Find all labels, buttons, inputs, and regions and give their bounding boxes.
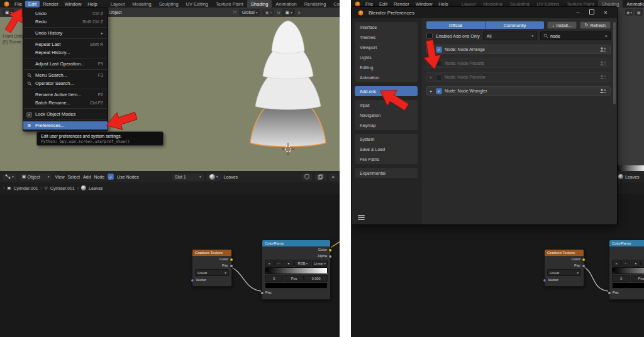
- sidebar-item-file-paths[interactable]: File Paths: [355, 154, 418, 164]
- tab-uv-editing[interactable]: UV Editing: [182, 0, 212, 8]
- node-header[interactable]: ColorRamp: [609, 240, 644, 246]
- interpolation-dropdown[interactable]: Linear▾: [195, 269, 229, 276]
- search-value[interactable]: node: [550, 34, 602, 38]
- node-header[interactable]: ColorRamp: [262, 240, 330, 246]
- stop-index-field[interactable]: 0: [265, 275, 283, 282]
- tab-modeling[interactable]: Modeling: [128, 0, 155, 8]
- socket-color[interactable]: [230, 258, 233, 262]
- socket-fac[interactable]: [582, 264, 586, 268]
- menu-item-lock-object-modes[interactable]: ✓ Lock Object Modes: [23, 110, 108, 118]
- addon-row-node-preview[interactable]: ▸ Node: Node Preview: [426, 72, 611, 82]
- minimize-button[interactable]: –: [571, 7, 585, 18]
- socket-vector[interactable]: [543, 279, 547, 282]
- stop-color-swatch[interactable]: [265, 282, 328, 289]
- tab-rendering[interactable]: Rendering: [301, 0, 330, 8]
- color-mode-dropdown[interactable]: RGB▾: [641, 260, 644, 267]
- menu-item-operator-search[interactable]: Operator Search...: [23, 79, 108, 87]
- material-browse-dropdown[interactable]: ▾: [207, 174, 221, 180]
- color-ramp-gradient[interactable]: [612, 267, 644, 274]
- add-stop-button[interactable]: +: [265, 260, 274, 267]
- socket-vector[interactable]: [191, 279, 194, 282]
- expand-icon[interactable]: ▸: [430, 75, 433, 79]
- tab-sculpting[interactable]: Sculpting: [155, 0, 182, 8]
- menu-edit[interactable]: Edit: [25, 1, 40, 8]
- socket-fac[interactable]: [608, 291, 611, 295]
- stop-color-swatch[interactable]: [612, 282, 644, 289]
- shader-menu-node[interactable]: Node: [94, 175, 104, 179]
- breadcrumb-data[interactable]: Cylinder.001: [50, 186, 75, 191]
- new-material-button[interactable]: [315, 174, 326, 180]
- maximize-button[interactable]: [585, 7, 599, 18]
- interpolation-dropdown[interactable]: Linear▾: [547, 269, 581, 276]
- fake-user-button[interactable]: [302, 174, 312, 180]
- category-dropdown[interactable]: All▾: [483, 31, 537, 40]
- snap-target-dropdown[interactable]: ◉▾: [262, 9, 274, 16]
- menu-item-batch-rename[interactable]: Batch Rename...Ctrl F2: [23, 99, 108, 107]
- falloff-icon[interactable]: ∧: [297, 10, 301, 15]
- unlink-material-button[interactable]: ×: [329, 174, 337, 180]
- tab-compositing[interactable]: Compositing: [330, 0, 340, 8]
- clear-search-icon[interactable]: ×: [604, 33, 608, 39]
- menu-item-menu-search[interactable]: Menu Search...F3: [23, 71, 108, 79]
- sidebar-item-keymap[interactable]: Keymap: [355, 120, 418, 130]
- node-header[interactable]: Gradient Texture: [192, 250, 231, 256]
- stop-index-field[interactable]: 0: [612, 275, 630, 282]
- node-header[interactable]: Gradient Texture: [545, 250, 584, 256]
- menu-item-redo[interactable]: RedoShift Ctrl Z: [23, 18, 108, 26]
- menu-window[interactable]: Window: [62, 1, 85, 8]
- close-button[interactable]: ×: [599, 7, 613, 18]
- sidebar-item-viewport[interactable]: Viewport: [355, 42, 418, 52]
- color-mode-dropdown[interactable]: RGB▾: [294, 260, 311, 267]
- breadcrumb-object[interactable]: Cylinder.001: [14, 186, 38, 191]
- tab-shading[interactable]: Shading: [247, 0, 272, 8]
- use-nodes-checkbox[interactable]: ✓: [108, 174, 114, 180]
- menu-item-adjust-last-operation[interactable]: Adjust Last Operation...F9: [23, 60, 108, 68]
- refresh-addons-button[interactable]: ↻Refresh: [580, 21, 611, 29]
- socket-color[interactable]: [582, 258, 586, 262]
- sidebar-item-experimental[interactable]: Experimental: [355, 168, 418, 178]
- addon-enable-checkbox[interactable]: ✓: [436, 88, 442, 94]
- shader-menu-add[interactable]: Add: [83, 175, 91, 179]
- ramp-options-dropdown[interactable]: ▾: [284, 260, 294, 267]
- tab-animation[interactable]: Animation: [623, 0, 644, 8]
- addon-row-node-arrange[interactable]: ▸ ✓ Node: Node Arrange: [426, 45, 611, 54]
- tab-texture-paint[interactable]: Texture Paint: [212, 0, 247, 8]
- socket-color[interactable]: [328, 248, 332, 252]
- addon-row-node-wrangler[interactable]: ▸ ✓ Node: Node Wrangler: [426, 86, 611, 96]
- remove-stop-button[interactable]: −: [274, 260, 283, 267]
- menu-item-repeat-history[interactable]: Repeat History...: [23, 48, 108, 57]
- addon-enable-checkbox[interactable]: [436, 74, 442, 80]
- colorramp-node[interactable]: ColorRamp Color Alpha + − ▾ RGB▾ Linear▾…: [609, 240, 644, 300]
- tree-tier-1[interactable]: [272, 21, 304, 53]
- sidebar-item-save-load[interactable]: Save & Load: [355, 144, 418, 154]
- shader-menu-select[interactable]: Select: [67, 175, 79, 179]
- tab-animation[interactable]: Animation: [272, 0, 300, 8]
- magnet-icon[interactable]: ∪: [277, 10, 280, 15]
- color-ramp-gradient[interactable]: [265, 267, 328, 274]
- window-title-bar[interactable]: Blender Preferences – ×: [352, 7, 617, 18]
- tab-official[interactable]: Official: [426, 21, 485, 29]
- overlay-icon[interactable]: ▦: [635, 9, 643, 16]
- pine-tree-model[interactable]: [244, 18, 332, 152]
- sidebar-item-editing[interactable]: Editing: [355, 62, 418, 72]
- menu-help[interactable]: Help: [84, 1, 100, 8]
- material-name[interactable]: Leaves: [224, 175, 238, 179]
- transform-orientation-dropdown[interactable]: Global▾: [239, 9, 260, 16]
- shader-type-dropdown[interactable]: ▣Object▾: [19, 174, 52, 180]
- install-addon-button[interactable]: ↓Install...: [547, 21, 577, 29]
- addon-search-field[interactable]: node ×: [540, 31, 611, 40]
- tab-layout[interactable]: Layout: [107, 0, 129, 8]
- gradient-texture-node[interactable]: Gradient Texture Color Fac Linear▾ Vecto…: [544, 249, 584, 287]
- sidebar-item-animation[interactable]: Animation: [355, 72, 418, 82]
- ramp-stop-white[interactable]: [324, 271, 328, 273]
- add-stop-button[interactable]: +: [612, 260, 621, 267]
- shader-node-editor[interactable]: Gradient Texture Color Fac Linear▾ Vecto…: [0, 194, 340, 337]
- hamburger-menu-icon[interactable]: [358, 214, 365, 221]
- object-menu[interactable]: Object: [109, 10, 121, 14]
- pos-value-field[interactable]: 0.000: [304, 275, 328, 282]
- shader-menu-view[interactable]: View: [55, 175, 64, 179]
- gradient-texture-node[interactable]: Gradient Texture Color Fac Linear▾ Vecto…: [192, 249, 232, 287]
- expand-icon[interactable]: ▸: [430, 89, 433, 93]
- ramp-options-dropdown[interactable]: ▾: [631, 260, 641, 267]
- menu-item-undo-history[interactable]: Undo History▸: [23, 29, 108, 37]
